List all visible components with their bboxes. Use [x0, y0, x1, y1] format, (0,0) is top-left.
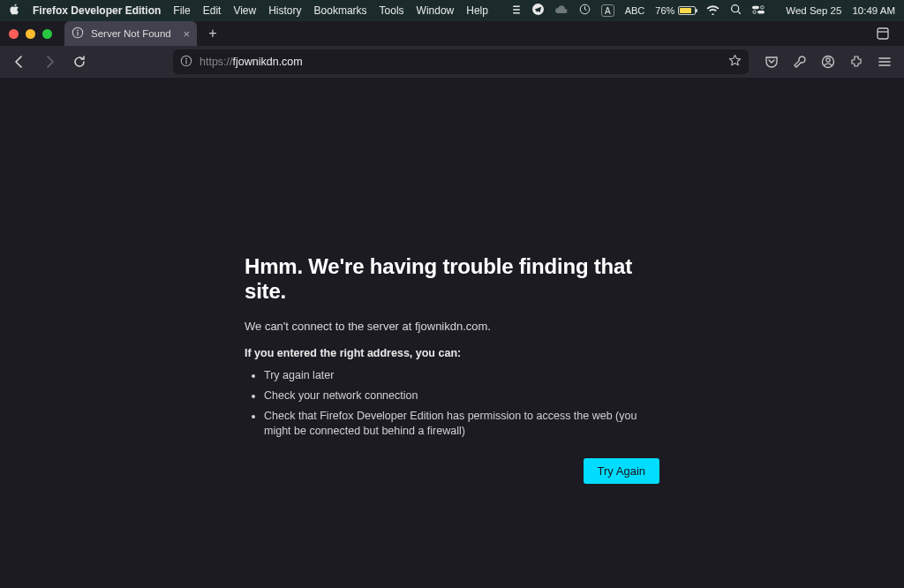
menu-bookmarks[interactable]: Bookmarks	[314, 4, 367, 17]
browser-tab[interactable]: Server Not Found ×	[64, 21, 197, 46]
svg-rect-13	[185, 60, 186, 64]
svg-point-2	[732, 5, 739, 12]
apple-menu-icon[interactable]	[9, 4, 20, 18]
navigation-toolbar: https://fjownikdn.com	[0, 46, 904, 78]
window-controls	[9, 29, 52, 39]
tab-close-button[interactable]: ×	[183, 28, 190, 40]
reload-button[interactable]	[67, 49, 92, 74]
macos-menubar: Firefox Developer Edition File Edit View…	[0, 0, 904, 21]
extensions-button[interactable]	[844, 49, 869, 74]
window-close-button[interactable]	[9, 29, 19, 39]
svg-point-8	[77, 30, 79, 32]
battery-percent: 76%	[655, 5, 674, 16]
devtools-button[interactable]	[787, 49, 812, 74]
forward-button[interactable]	[37, 49, 62, 74]
site-identity-icon[interactable]	[180, 55, 192, 70]
svg-rect-3	[752, 5, 759, 9]
menu-tools[interactable]: Tools	[380, 4, 404, 17]
menubar-extra-icon[interactable]	[511, 4, 522, 18]
error-suggestion-item: Check your network connection	[264, 388, 659, 403]
svg-rect-9	[77, 32, 78, 35]
list-all-tabs-button[interactable]	[870, 21, 895, 46]
menu-view[interactable]: View	[233, 4, 256, 17]
save-to-pocket-button[interactable]	[759, 49, 784, 74]
svg-point-4	[761, 5, 765, 9]
menu-history[interactable]: History	[268, 4, 301, 17]
svg-rect-5	[757, 10, 765, 13]
page-content: Hmm. We're having trouble finding that s…	[0, 78, 904, 588]
bookmark-star-button[interactable]	[728, 54, 742, 70]
url-host: fjownikdn.com	[233, 56, 303, 68]
back-button[interactable]	[7, 49, 32, 74]
menubar-time[interactable]: 10:49 AM	[852, 5, 895, 16]
app-menu-button[interactable]	[872, 49, 897, 74]
menubar-date[interactable]: Wed Sep 25	[786, 5, 841, 16]
svg-point-12	[185, 57, 187, 59]
input-source-indicator[interactable]: A	[601, 4, 614, 17]
error-hint-heading: If you entered the right address, you ca…	[245, 347, 659, 359]
try-again-button[interactable]: Try Again	[584, 458, 659, 484]
input-source-label[interactable]: ABC	[625, 5, 645, 16]
url-bar[interactable]: https://fjownikdn.com	[173, 49, 749, 74]
telegram-icon[interactable]	[532, 4, 544, 18]
menu-file[interactable]: File	[173, 4, 190, 17]
battery-status[interactable]: 76%	[655, 5, 696, 16]
search-icon[interactable]	[730, 4, 742, 18]
cloud-icon[interactable]	[554, 4, 569, 18]
svg-point-6	[753, 10, 757, 13]
info-icon	[72, 26, 84, 41]
tab-strip: Server Not Found × +	[0, 21, 904, 46]
svg-rect-10	[878, 28, 888, 39]
tab-title: Server Not Found	[91, 28, 171, 39]
window-zoom-button[interactable]	[42, 29, 52, 39]
url-scheme: https://	[200, 56, 233, 68]
account-button[interactable]	[816, 49, 840, 74]
app-name[interactable]: Firefox Developer Edition	[33, 4, 161, 17]
error-subtext: We can't connect to the server at fjowni…	[245, 320, 659, 333]
wifi-icon[interactable]	[706, 4, 719, 18]
error-heading: Hmm. We're having trouble finding that s…	[245, 254, 659, 304]
new-tab-button[interactable]: +	[202, 23, 223, 44]
error-suggestion-item: Check that Firefox Developer Edition has…	[264, 409, 659, 439]
error-panel: Hmm. We're having trouble finding that s…	[245, 254, 659, 588]
battery-icon	[678, 6, 696, 15]
error-suggestions: Try again later Check your network conne…	[245, 368, 659, 439]
error-suggestion-item: Try again later	[264, 368, 659, 383]
url-text: https://fjownikdn.com	[200, 56, 303, 68]
menu-window[interactable]: Window	[417, 4, 455, 17]
clock-icon[interactable]	[579, 4, 591, 18]
svg-point-15	[826, 58, 830, 62]
menu-help[interactable]: Help	[466, 4, 488, 17]
window-minimize-button[interactable]	[26, 29, 35, 39]
control-center-icon[interactable]	[752, 4, 765, 18]
menu-edit[interactable]: Edit	[203, 4, 222, 17]
